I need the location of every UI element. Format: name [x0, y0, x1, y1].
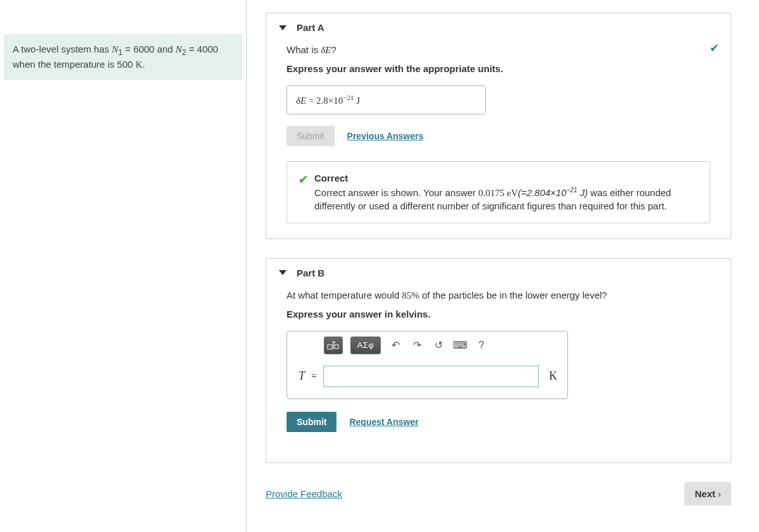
svg-rect-0 [328, 345, 332, 349]
undo-icon[interactable]: ↶ [388, 338, 402, 352]
part-B-question: At what temperature would 85% of the par… [287, 290, 710, 301]
submit-button[interactable]: Submit [287, 412, 336, 432]
part-B-header[interactable]: Part B [266, 259, 731, 287]
feedback-title: Correct [314, 172, 698, 185]
feedback-text: Correct answer is shown. Your answer 0.0… [314, 186, 698, 213]
submit-button: Submit [287, 126, 335, 146]
svg-rect-1 [335, 345, 338, 349]
answer-input[interactable] [323, 366, 539, 387]
part-B-card: Part B At what temperature would 85% of … [266, 258, 731, 463]
part-A-header[interactable]: Part A [266, 13, 731, 42]
check-icon: ✔ [710, 41, 719, 55]
previous-answers-link[interactable]: Previous Answers [347, 131, 424, 141]
part-B-instruction: Express your answer in kelvins. [287, 309, 710, 319]
equation-editor: ΑΣφ ↶ ↷ ↺ ⌨ ? T = K [287, 331, 568, 399]
caret-down-icon [279, 270, 287, 275]
next-button[interactable]: Next › [684, 482, 731, 505]
part-A-card: Part A ✔ What is δE? Express your answer… [266, 13, 731, 239]
part-B-title: Part B [297, 268, 324, 278]
provide-feedback-link[interactable]: Provide Feedback [266, 488, 342, 499]
unit-label: K [545, 369, 557, 383]
check-icon: ✔ [299, 173, 308, 187]
caret-down-icon [279, 25, 287, 30]
part-A-answer-display: δE = 2.8×10−21 J [287, 85, 486, 114]
help-icon[interactable]: ? [474, 338, 488, 352]
feedback-box: ✔ Correct Correct answer is shown. Your … [287, 161, 710, 223]
variable-label: T [299, 369, 305, 383]
part-A-title: Part A [297, 22, 324, 33]
chevron-right-icon: › [718, 488, 721, 499]
greek-tool-button[interactable]: ΑΣφ [350, 337, 381, 354]
keyboard-icon[interactable]: ⌨ [453, 338, 467, 352]
redo-icon[interactable]: ↷ [410, 338, 424, 352]
template-tool-button[interactable] [324, 337, 343, 354]
part-A-instruction: Express your answer with the appropriate… [287, 63, 710, 74]
reset-icon[interactable]: ↺ [431, 338, 445, 352]
request-answer-link[interactable]: Request Answer [349, 417, 418, 427]
part-A-question: What is δE? [287, 44, 710, 56]
problem-statement: A two-level system has N1 = 6000 and N2 … [4, 34, 242, 80]
